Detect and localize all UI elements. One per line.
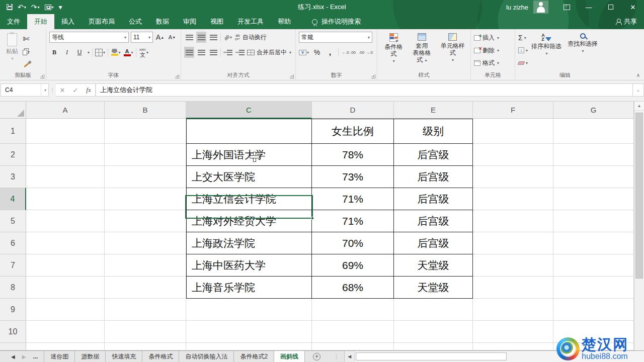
column-header-f[interactable]: F bbox=[473, 102, 553, 119]
row-header-11[interactable] bbox=[0, 343, 26, 350]
conditional-formatting-button[interactable]: 条件格式 ▾ bbox=[380, 31, 407, 70]
sheet-tab-condformat[interactable]: 条件格式 bbox=[142, 351, 179, 362]
tab-data[interactable]: 数据 bbox=[149, 14, 176, 29]
clear-button[interactable]: ▾ bbox=[518, 57, 528, 68]
shrink-font-button[interactable]: A▼ bbox=[167, 32, 177, 43]
cell-a3[interactable] bbox=[26, 166, 105, 188]
cell-d2[interactable]: 78% bbox=[312, 144, 394, 166]
touch-mode-button[interactable]: ▾ bbox=[43, 2, 55, 13]
align-center-button[interactable] bbox=[196, 47, 206, 58]
column-header-e[interactable]: E bbox=[394, 102, 473, 119]
undo-button[interactable]: ↶▾ bbox=[16, 2, 28, 13]
font-name-combo[interactable]: 等线▾ bbox=[49, 32, 129, 43]
cell-g6[interactable] bbox=[553, 232, 634, 254]
increase-indent-button[interactable]: ⇨ bbox=[235, 47, 245, 58]
cell-a4[interactable] bbox=[26, 188, 105, 210]
cell-b9[interactable] bbox=[105, 299, 186, 321]
tab-scroll-splitter[interactable]: ⋮ bbox=[329, 351, 344, 362]
cell-f10[interactable] bbox=[473, 321, 553, 343]
cell-f6[interactable] bbox=[473, 232, 553, 254]
find-select-button[interactable]: 查找和选择 ▾ bbox=[565, 31, 601, 70]
cell-f5[interactable] bbox=[473, 210, 553, 232]
tab-insert[interactable]: 插入 bbox=[54, 14, 82, 29]
cell-b8[interactable] bbox=[105, 277, 186, 299]
cell-e8[interactable]: 天堂级 bbox=[394, 277, 473, 299]
tab-home[interactable]: 开始 bbox=[27, 14, 54, 29]
row-header-4[interactable]: 4 bbox=[0, 188, 26, 210]
row-header-6[interactable]: 6 bbox=[0, 232, 26, 254]
sheet-tab-sourcedata[interactable]: 源数据 bbox=[75, 351, 106, 362]
row-header-3[interactable]: 3 bbox=[0, 166, 26, 188]
horizontal-scrollbar-thumb[interactable] bbox=[356, 352, 507, 360]
cell-e4[interactable]: 后宫级 bbox=[394, 188, 473, 210]
column-header-c[interactable]: C bbox=[186, 102, 312, 119]
bottom-align-button[interactable] bbox=[208, 32, 218, 43]
cell-c2[interactable]: 上海外国语大学 bbox=[186, 144, 312, 166]
expand-formula-bar-button[interactable]: ⌄ bbox=[633, 83, 644, 97]
clipboard-dialog-launcher[interactable] bbox=[40, 74, 44, 78]
prev-sheet-arrow-icon[interactable]: ◀ bbox=[11, 354, 15, 359]
cell-b4[interactable] bbox=[105, 188, 186, 210]
cell-styles-button[interactable]: 单元格样式 ▾ bbox=[437, 31, 468, 70]
cell-c4-selected[interactable]: 上海立信会计学院 bbox=[186, 188, 312, 210]
tab-help[interactable]: 帮助 bbox=[271, 14, 298, 29]
row-header-8[interactable]: 8 bbox=[0, 277, 26, 299]
cell-c3[interactable]: 上交大医学院 bbox=[186, 166, 312, 188]
merge-center-button[interactable]: 合并后居中▾ bbox=[247, 47, 291, 58]
grow-font-button[interactable]: A▲ bbox=[155, 32, 165, 43]
phonetic-guide-button[interactable]: wén文▾ bbox=[139, 47, 149, 58]
cell-e1[interactable]: 级别 bbox=[394, 119, 473, 144]
wrap-text-button[interactable]: abc↵自动换行 bbox=[235, 32, 267, 43]
cut-button[interactable]: ✄ bbox=[21, 33, 31, 44]
tab-file[interactable]: 文件 bbox=[0, 14, 27, 29]
formula-input[interactable]: 上海立信会计学院 bbox=[96, 83, 633, 97]
cell-c9[interactable] bbox=[186, 299, 312, 321]
increase-decimal-button[interactable]: ←.0 .00 bbox=[342, 47, 356, 58]
cell-a7[interactable] bbox=[26, 254, 105, 277]
alignment-dialog-launcher[interactable] bbox=[290, 74, 294, 78]
close-button[interactable]: ✕ bbox=[622, 0, 644, 14]
cell-f4[interactable] bbox=[473, 188, 553, 210]
cell-a9[interactable] bbox=[26, 299, 105, 321]
cell-e10[interactable] bbox=[394, 321, 473, 343]
vertical-scrollbar[interactable]: ▲ bbox=[634, 102, 644, 350]
cell-d7[interactable]: 69% bbox=[312, 254, 394, 277]
bold-button[interactable]: B bbox=[49, 47, 59, 58]
formula-bar-splitter[interactable]: ⋮ bbox=[49, 83, 56, 97]
middle-align-button[interactable] bbox=[196, 32, 206, 43]
borders-button[interactable]: ▾ bbox=[95, 47, 105, 58]
customize-qat-button[interactable]: ▾ bbox=[57, 2, 63, 13]
row-header-5[interactable]: 5 bbox=[0, 210, 26, 232]
decrease-indent-button[interactable]: ⇦ bbox=[223, 47, 233, 58]
cell-f1[interactable] bbox=[473, 119, 553, 144]
cell-b5[interactable] bbox=[105, 210, 186, 232]
decrease-decimal-button[interactable]: .00 →.0 bbox=[359, 47, 373, 58]
cell-f9[interactable] bbox=[473, 299, 553, 321]
cell-g7[interactable] bbox=[553, 254, 634, 277]
sort-filter-button[interactable]: AZ 排序和筛选 ▾ bbox=[528, 31, 565, 70]
cell-c7[interactable]: 上海中医药大学 bbox=[186, 254, 312, 277]
user-avatar[interactable] bbox=[533, 1, 548, 14]
format-cells-button[interactable]: 格式▾ bbox=[474, 57, 513, 68]
accounting-format-button[interactable]: ¥▾ bbox=[299, 47, 309, 58]
cell-a6[interactable] bbox=[26, 232, 105, 254]
tab-developer[interactable]: 开发工具 bbox=[230, 14, 271, 29]
tab-review[interactable]: 审阅 bbox=[176, 14, 203, 29]
cell-f8[interactable] bbox=[473, 277, 553, 299]
cell-g8[interactable] bbox=[553, 277, 634, 299]
percent-style-button[interactable]: % bbox=[312, 47, 322, 58]
format-as-table-button[interactable]: 套用表格格式 ▾ bbox=[407, 31, 437, 70]
top-align-button[interactable] bbox=[184, 32, 194, 43]
cell-e6[interactable]: 后宫级 bbox=[394, 232, 473, 254]
sheet-tab-condformat2[interactable]: 条件格式2 bbox=[234, 351, 274, 362]
cell-b1[interactable] bbox=[105, 119, 186, 144]
ribbon-display-options-button[interactable] bbox=[555, 0, 578, 14]
cell-c10[interactable] bbox=[186, 321, 312, 343]
cell-a5[interactable] bbox=[26, 210, 105, 232]
cell-d3[interactable]: 73% bbox=[312, 166, 394, 188]
tab-formulas[interactable]: 公式 bbox=[122, 14, 149, 29]
format-painter-button[interactable] bbox=[21, 59, 31, 70]
cancel-entry-button[interactable]: ✕ bbox=[56, 86, 69, 94]
minimize-button[interactable]: — bbox=[578, 0, 600, 14]
row-header-9[interactable]: 9 bbox=[0, 299, 26, 321]
